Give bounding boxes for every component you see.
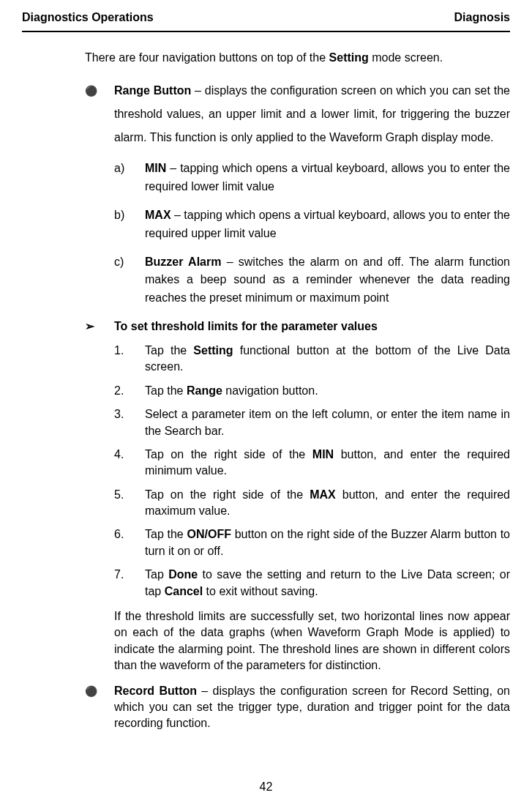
step-5-pre: Tap on the right side of the	[145, 488, 310, 501]
step-7: 7. Tap Done to save the setting and retu…	[145, 567, 510, 600]
result-paragraph: If the threshold limits are successfully…	[114, 608, 510, 674]
procedure-section: ➢ To set threshold limits for the parame…	[85, 318, 510, 674]
sub-b-bold: MAX	[145, 209, 171, 221]
page-content: There are four navigation buttons on top…	[22, 50, 510, 732]
range-bullet: ⚫ Range Button – displays the configurat…	[114, 79, 510, 149]
range-title: Range Button	[114, 84, 191, 97]
intro-paragraph: There are four navigation buttons on top…	[85, 50, 510, 66]
step-6-bold: ON/OFF	[187, 528, 231, 540]
page-header: Diagnostics Operations Diagnosis	[22, 0, 510, 32]
procedure-heading-text: To set threshold limits for the paramete…	[114, 320, 378, 332]
step-4-bold: MIN	[312, 448, 334, 461]
step-2-num: 2.	[114, 383, 124, 399]
step-4: 4. Tap on the right side of the MIN butt…	[145, 447, 510, 480]
step-7-bold2: Cancel	[165, 585, 203, 597]
bullet-icon: ⚫	[85, 81, 97, 101]
step-6: 6. Tap the ON/OFF button on the right si…	[145, 526, 510, 559]
range-sub-b: b) MAX – tapping which opens a virtual k…	[145, 206, 510, 243]
marker-c: c)	[114, 253, 124, 272]
header-left: Diagnostics Operations	[22, 9, 154, 26]
step-3-text: Select a parameter item on the left colu…	[145, 408, 510, 436]
sub-b-rest: – tapping which opens a virtual keyboard…	[145, 209, 510, 239]
range-sub-c: c) Buzzer Alarm – switches the alarm on …	[145, 253, 510, 307]
range-sub-a: a) MIN – tapping which opens a virtual k…	[145, 160, 510, 196]
record-title: Record Button	[114, 685, 197, 697]
sub-c-bold: Buzzer Alarm	[145, 256, 221, 268]
marker-a: a)	[114, 160, 124, 178]
step-5: 5. Tap on the right side of the MAX butt…	[145, 487, 510, 520]
marker-b: b)	[114, 206, 124, 225]
range-button-section: ⚫ Range Button – displays the configurat…	[85, 79, 510, 307]
step-2-pre: Tap the	[145, 384, 187, 397]
arrow-icon: ➢	[85, 318, 94, 335]
step-7-bold1: Done	[168, 568, 198, 581]
step-3: 3. Select a parameter item on the left c…	[145, 406, 510, 439]
intro-post: mode screen.	[369, 51, 443, 64]
step-3-num: 3.	[114, 406, 124, 422]
sub-a-bold: MIN	[145, 162, 166, 174]
step-4-num: 4.	[114, 447, 124, 463]
step-2: 2. Tap the Range navigation button.	[145, 383, 510, 399]
record-bullet: ⚫ Record Button – displays the configura…	[114, 683, 510, 732]
step-7-post: to exit without saving.	[203, 585, 318, 597]
step-2-bold: Range	[187, 384, 222, 397]
intro-pre: There are four navigation buttons on top…	[85, 51, 329, 64]
bullet-icon: ⚫	[85, 685, 97, 699]
step-6-pre: Tap the	[145, 528, 187, 540]
step-1: 1. Tap the Setting functional button at …	[145, 343, 510, 376]
header-right: Diagnosis	[454, 9, 510, 26]
step-7-pre: Tap	[145, 568, 168, 581]
step-7-num: 7.	[114, 567, 124, 583]
intro-bold: Setting	[329, 51, 369, 64]
step-1-num: 1.	[114, 343, 124, 359]
step-1-bold: Setting	[193, 344, 233, 357]
record-button-section: ⚫ Record Button – displays the configura…	[85, 683, 510, 732]
step-5-num: 5.	[114, 487, 124, 503]
sub-a-rest: – tapping which opens a virtual keyboard…	[145, 162, 510, 193]
step-1-pre: Tap the	[145, 344, 193, 357]
step-4-pre: Tap on the right side of the	[145, 448, 312, 461]
step-2-post: navigation button.	[222, 384, 318, 397]
step-5-bold: MAX	[310, 488, 336, 501]
procedure-heading: ➢ To set threshold limits for the parame…	[114, 318, 510, 335]
page-number: 42	[0, 778, 532, 796]
numbered-steps: 1. Tap the Setting functional button at …	[114, 343, 510, 600]
step-6-num: 6.	[114, 526, 124, 543]
range-sublist: a) MIN – tapping which opens a virtual k…	[114, 160, 510, 307]
